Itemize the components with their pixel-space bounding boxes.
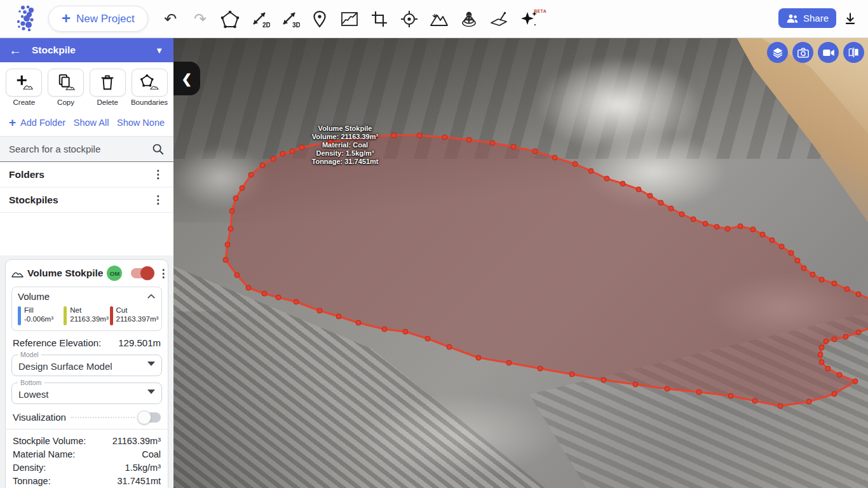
stockpile-card-menu-button[interactable]: ⋮ (156, 268, 168, 279)
svg-text:3D: 3D (292, 22, 300, 29)
top-toolbar: + New Project ↶ ↷ 2D (0, 0, 868, 38)
elevation-profile-button[interactable] (339, 7, 360, 31)
measure-3d-button[interactable]: 3D (280, 7, 300, 31)
stockpile-card: Volume Stokpile OM ⋮ Volume (5, 259, 168, 488)
om-badge: OM (107, 266, 122, 281)
stockpiles-menu-button[interactable]: ⋮ (150, 193, 166, 207)
stat-row: Tonnage: 31.7451mt (13, 474, 161, 487)
compare-view-button[interactable] (843, 42, 864, 63)
stat-row: Density: 1.5kg/m³ (13, 461, 161, 474)
folders-menu-button[interactable]: ⋮ (150, 168, 166, 181)
gps-target-icon (400, 10, 419, 29)
mound-icon (11, 269, 24, 278)
crop-icon (370, 10, 388, 28)
location-pin-button[interactable] (309, 7, 330, 31)
new-project-button[interactable]: + New Project (48, 6, 148, 32)
stockpile-actions: Create Copy (0, 62, 173, 110)
measure-2d-button[interactable]: 2D (250, 7, 270, 31)
model-select[interactable]: Model Design Surface Model (11, 355, 162, 376)
share-label: Share (803, 13, 829, 24)
stockpile-visibility-toggle[interactable] (131, 268, 153, 278)
stockpile-stats: Stockpile Volume: 21163.39m³ Material Na… (11, 430, 162, 488)
bottom-select[interactable]: Bottom Lowest (11, 383, 162, 404)
folder-links-row: + Add Folder Show All Show None (0, 110, 173, 137)
add-folder-plus-icon[interactable]: + (9, 116, 16, 128)
copy-icon (57, 74, 76, 92)
stockpile-sidebar: ← Stockpile ▼ Create (0, 38, 173, 488)
sidebar-title: Stockpile (32, 44, 76, 56)
add-folder-link[interactable]: Add Folder (20, 118, 65, 128)
fill-volume-item: Fill -0.006m³ (18, 306, 64, 325)
map-viewport[interactable]: Volume Stokpile Volume: 21163.39m³ Mater… (173, 38, 868, 488)
copy-stockpile-button[interactable]: Copy (48, 69, 85, 106)
chevron-left-icon: ❮ (182, 71, 193, 86)
show-all-link[interactable]: Show All (74, 118, 109, 128)
cut-volume-item: Cut 21163.397m³ (110, 306, 156, 325)
net-color-bar (64, 306, 67, 325)
toolbar-tools: ↶ ↷ 2D (160, 0, 539, 38)
stockpile-list: Volume Stokpile OM ⋮ Volume (0, 255, 173, 488)
show-none-link[interactable]: Show None (117, 118, 165, 128)
video-camera-icon (822, 48, 835, 58)
download-icon (843, 11, 858, 27)
search-input[interactable] (9, 144, 152, 154)
stockpiles-label: Stockpiles (9, 194, 58, 206)
back-arrow-icon[interactable]: ← (9, 44, 22, 57)
visualization-row: Visualization (13, 412, 161, 423)
bottom-select-value: Lowest (18, 389, 49, 400)
screenshot-button[interactable] (792, 42, 813, 63)
create-icon (15, 74, 34, 92)
volume-panel-title: Volume (18, 291, 50, 302)
polygon-icon (220, 10, 240, 29)
visualization-toggle[interactable] (139, 412, 161, 423)
model-select-label: Model (18, 351, 41, 358)
reference-elevation-row: Reference Elevation: 129.501m (13, 337, 161, 348)
chevron-down-icon (147, 390, 155, 394)
layers-icon (771, 46, 784, 59)
layers-button[interactable] (767, 42, 788, 63)
net-volume-item: Net 21163.39m³ (64, 306, 109, 325)
chevron-up-icon[interactable] (147, 294, 156, 299)
download-button[interactable] (841, 10, 859, 29)
folders-label: Folders (9, 169, 44, 180)
chevron-down-icon (147, 362, 155, 366)
new-project-label: New Project (76, 13, 135, 25)
search-icon[interactable] (152, 143, 165, 156)
model-select-value: Design Surface Model (18, 361, 112, 372)
fill-color-bar (18, 306, 21, 325)
sidebar-dropdown-caret-icon[interactable]: ▼ (155, 46, 163, 55)
delete-icon (99, 74, 116, 92)
app-logo-icon (10, 4, 37, 37)
stockpile-rings-button[interactable] (459, 7, 479, 31)
delete-stockpile-button[interactable]: Delete (89, 69, 126, 106)
stockpiles-section-header: Stockpiles ⋮ (0, 187, 173, 213)
ai-assist-button[interactable]: BETA (519, 7, 539, 31)
polygon-tool-button[interactable] (220, 7, 240, 31)
svg-text:2D: 2D (262, 22, 270, 29)
share-people-icon (786, 13, 799, 24)
redo-button[interactable]: ↷ (190, 7, 210, 31)
sidebar-header: ← Stockpile ▼ (0, 38, 173, 62)
terrain-button[interactable] (429, 7, 449, 31)
measure-2d-icon: 2D (250, 9, 270, 29)
stockpile-rings-icon (459, 10, 478, 29)
sidebar-collapse-button[interactable]: ❮ (173, 62, 200, 95)
stockpile-polygon[interactable] (226, 135, 868, 406)
location-pin-icon (311, 10, 328, 28)
share-button[interactable]: Share (778, 8, 836, 28)
gps-target-button[interactable] (399, 7, 419, 31)
stockpile-polygon-layer (173, 38, 868, 488)
boundaries-button[interactable]: Boundaries (131, 69, 168, 106)
crop-button[interactable] (369, 7, 390, 31)
annotate-tool-button[interactable] (489, 7, 509, 31)
record-video-button[interactable] (818, 42, 839, 63)
redo-icon: ↷ (194, 11, 207, 27)
compare-view-icon (848, 46, 860, 58)
plus-icon: + (62, 11, 71, 26)
bottom-select-label: Bottom (18, 379, 44, 386)
undo-button[interactable]: ↶ (160, 7, 180, 31)
cut-color-bar (110, 306, 113, 325)
stockpile-card-header: Volume Stokpile OM ⋮ (11, 265, 162, 281)
folders-section-header: Folders ⋮ (0, 162, 173, 187)
create-stockpile-button[interactable]: Create (6, 69, 43, 106)
